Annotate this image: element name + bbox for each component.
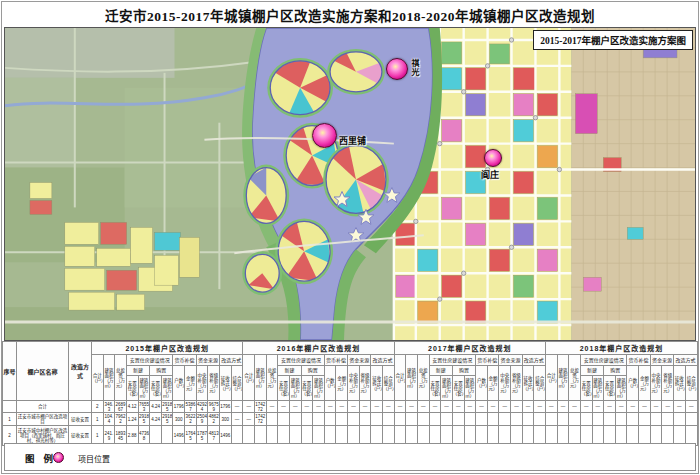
value-cell (324, 413, 336, 426)
column-header: 安置住房（套） (452, 376, 464, 401)
value-cell: 79622 (115, 413, 127, 426)
subgroup-header: 新建 (580, 366, 603, 376)
column-header: 中央补助（万元） (499, 366, 511, 401)
value-cell (650, 413, 662, 426)
subgroup-header: 购置 (604, 366, 627, 376)
value-cell: 174272 (254, 413, 266, 426)
value-cell (545, 413, 557, 426)
column-header: 安置住房（套） (429, 376, 441, 401)
subgroup-header: 新建 (429, 366, 452, 376)
column-header: 总投资（万元） (569, 355, 581, 401)
row-index: 1 (3, 413, 17, 426)
value-cell: — (522, 401, 534, 413)
value-cell: — (511, 401, 523, 413)
value-cell: — (406, 401, 418, 413)
column-header: 总投资（万元） (115, 355, 127, 401)
column-header: 省级补助（万元） (662, 366, 674, 401)
column-header: 金额（万元） (487, 366, 499, 401)
value-cell: — (674, 401, 686, 413)
value-cell: 174272 (254, 401, 266, 413)
subgroup-header: 安置住房建设情况 (278, 355, 325, 366)
project-location-marker (386, 58, 408, 80)
value-cell: 53867 (185, 401, 197, 413)
column-header: 建筑面积（万㎡） (441, 376, 453, 401)
column-header: 中央补助（万元） (348, 366, 360, 401)
value-cell: 1796 (173, 401, 185, 413)
value-cell: — (604, 401, 616, 413)
project-location-icon (53, 452, 64, 463)
value-cell: — (371, 401, 383, 413)
value-cell (348, 413, 360, 426)
column-header: 省级补助（万元） (359, 366, 371, 401)
value-cell (359, 413, 371, 426)
column-header: 棚户区名称 (17, 342, 69, 401)
map-graphic (5, 28, 695, 340)
column-header: 建筑面积（万㎡） (254, 355, 266, 401)
value-cell (580, 413, 592, 426)
row-index (3, 401, 17, 413)
column-header: 总投资（万元） (417, 355, 429, 401)
column-header: 安置住房（套） (150, 376, 162, 401)
value-cell (383, 413, 395, 426)
value-cell: 4.24 (150, 413, 162, 426)
city-plan-map: 2015-2017年棚户区改造实施方案图 祺光西里铺阎庄 (4, 27, 696, 341)
value-cell: — (243, 401, 255, 413)
value-cell (639, 413, 651, 426)
column-header: 征收拆迁（户） (220, 366, 232, 401)
legend-box: 图例 项目位置 图号：02 (4, 443, 696, 471)
subgroup-header: 改造方式 (371, 355, 394, 366)
value-cell: 104.4 (103, 413, 115, 426)
column-header: 合计（户） (394, 355, 406, 401)
value-cell: — (278, 401, 290, 413)
value-cell: — (394, 401, 406, 413)
value-cell: — (289, 401, 301, 413)
column-header: 金额（万元） (336, 366, 348, 401)
value-cell: 1 (92, 413, 104, 426)
value-cell: — (557, 401, 569, 413)
value-cell: — (627, 401, 639, 413)
value-cell: — (650, 401, 662, 413)
column-header: 中央补助（万元） (650, 366, 662, 401)
value-cell: 29185 (161, 413, 173, 426)
value-cell: — (301, 401, 313, 413)
value-cell: — (569, 401, 581, 413)
marker-label: 西里铺 (339, 134, 366, 147)
value-cell (615, 413, 627, 426)
renovation-mode (69, 401, 92, 413)
column-header: 省级补助（万元） (511, 366, 523, 401)
column-header: 序号 (3, 342, 17, 401)
column-header: 建筑面积（万㎡） (464, 376, 476, 401)
value-cell: — (580, 401, 592, 413)
value-cell (604, 413, 616, 426)
project-location-marker (484, 149, 502, 167)
column-header: 征收拆迁（户） (522, 366, 534, 401)
value-cell: — (417, 401, 429, 413)
value-cell: 1.24 (126, 413, 138, 426)
value-cell (662, 413, 674, 426)
value-cell (487, 413, 499, 426)
subgroup-header: 安置住房建设情况 (429, 355, 476, 366)
value-cell (441, 413, 453, 426)
shantytown-name: 迁安市城市棚户区改造项目 (17, 413, 69, 426)
subgroup-header: 资金来源 (499, 355, 522, 366)
subgroup-header: 资金来源 (196, 355, 219, 366)
column-header: 金额（万元） (185, 366, 197, 401)
table-header-row: 序号棚户区名称改造方式2015年棚户区改造规划2016年棚户区改造规划2017年… (3, 342, 698, 355)
subgroup-header: 资金来源 (650, 355, 673, 366)
column-header: 安置住房（套） (126, 376, 138, 401)
value-cell: — (639, 401, 651, 413)
value-cell: — (348, 401, 360, 413)
value-cell (278, 413, 290, 426)
value-cell (336, 413, 348, 426)
value-cell: — (592, 401, 604, 413)
subgroup-header: 资金来源 (348, 355, 371, 366)
column-header: 省级补助（万元） (208, 366, 220, 401)
value-cell: 96759 (208, 401, 220, 413)
value-cell: 4.12 (126, 401, 138, 413)
subgroup-header: 货币补偿 (324, 355, 347, 366)
renovation-plan-table-wrap: 序号棚户区名称改造方式2015年棚户区改造规划2016年棚户区改造规划2017年… (2, 341, 698, 446)
value-cell (569, 413, 581, 426)
subgroup-header: 新建 (126, 366, 149, 376)
column-header: 征收拆迁（户） (674, 366, 686, 401)
value-cell (592, 413, 604, 426)
